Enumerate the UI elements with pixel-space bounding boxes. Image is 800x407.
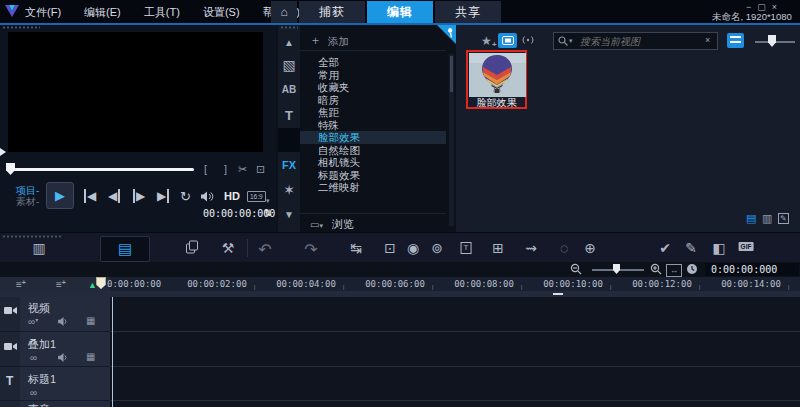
fit-project-button[interactable]: ↹: [350, 240, 362, 256]
panel-grip[interactable]: [280, 26, 298, 29]
tab-capture[interactable]: 捕获: [299, 1, 365, 23]
subtitle-editor-button[interactable]: T: [461, 242, 472, 254]
redo-button[interactable]: ↷: [304, 240, 317, 259]
track-content-area[interactable]: [110, 297, 800, 407]
category-scrollbar-thumb[interactable]: [450, 56, 453, 92]
category-all[interactable]: 全部: [300, 56, 446, 69]
mode-clip[interactable]: 素材-: [16, 196, 39, 207]
prev-frame-button[interactable]: ◀: [108, 189, 120, 203]
panel-grip[interactable]: [2, 235, 62, 238]
video-filter-toggle[interactable]: [498, 33, 517, 48]
media-library-icon[interactable]: ▧: [278, 58, 300, 72]
utility-tools-button[interactable]: ⚒: [222, 240, 235, 256]
track-link-icon[interactable]: ∞▾: [28, 316, 38, 327]
mask-creator-button[interactable]: ◌: [560, 240, 568, 256]
timeline-scrollbar-thumb[interactable]: [553, 293, 563, 295]
category-favorites[interactable]: 收藏夹: [300, 81, 446, 94]
aspect-caret-icon[interactable]: ▾: [266, 197, 270, 205]
stabilizer-button[interactable]: ⊕: [584, 240, 596, 256]
go-start-button[interactable]: ◀: [84, 189, 96, 203]
gif-creator-button[interactable]: GIF: [739, 242, 754, 251]
snapshot-icon[interactable]: ⊡: [256, 163, 265, 176]
transitions-library-icon[interactable]: AB: [278, 84, 300, 95]
painting-creator-button[interactable]: ✎: [685, 240, 697, 256]
home-button[interactable]: ⌂: [271, 1, 297, 23]
category-common[interactable]: 常用: [300, 69, 446, 82]
tab-share[interactable]: 共享: [435, 1, 501, 23]
instant-effect-icon[interactable]: ✶: [278, 183, 300, 197]
menu-tools[interactable]: 工具(T): [144, 6, 180, 18]
search-input[interactable]: [578, 34, 692, 48]
tab-edit[interactable]: 编辑: [367, 1, 433, 23]
track-link-icon[interactable]: ∞: [30, 352, 37, 363]
split-screen-button[interactable]: ⊞: [492, 240, 504, 256]
menu-edit[interactable]: 编辑(E): [84, 6, 121, 18]
category-2d-mapping[interactable]: 二维映射: [300, 181, 446, 194]
scroll-up-icon[interactable]: ▲: [278, 38, 300, 48]
gallery-films-icon[interactable]: ▥: [762, 212, 772, 225]
track-manager-icon[interactable]: ≡+: [16, 279, 26, 290]
mode-project[interactable]: 项目-: [16, 185, 39, 196]
playhead-line[interactable]: [112, 297, 113, 407]
mark-out-icon[interactable]: ]: [224, 163, 227, 175]
panel-grip[interactable]: [2, 26, 40, 29]
search-caret-icon[interactable]: ▾: [569, 37, 573, 45]
add-track-icon[interactable]: ≡+: [56, 279, 66, 290]
track-transparency-icon[interactable]: ▦: [86, 315, 95, 326]
category-title-effect[interactable]: 标题效果: [300, 169, 446, 182]
edit-gallery-icon[interactable]: ✎: [778, 213, 789, 224]
zoom-out-icon[interactable]: [570, 263, 582, 275]
project-duration-icon[interactable]: [686, 263, 698, 275]
instant-project-button[interactable]: ⊚: [431, 240, 443, 256]
track-link-icon[interactable]: ∞: [30, 387, 37, 398]
scroll-down-icon[interactable]: ▼: [278, 210, 300, 220]
aspect-ratio-button[interactable]: 16:9: [247, 191, 266, 202]
add-to-favorites-icon[interactable]: ★: [481, 34, 492, 48]
next-frame-button[interactable]: ▶: [133, 189, 145, 203]
loop-button[interactable]: ↻: [180, 189, 191, 204]
zoom-in-icon[interactable]: [650, 263, 662, 275]
volume-icon[interactable]: [201, 191, 214, 202]
play-button[interactable]: ▶: [46, 182, 74, 209]
plus-icon: +: [312, 34, 319, 48]
motion-tracking-button[interactable]: ⇝: [525, 240, 537, 256]
go-end-button[interactable]: ▶: [157, 189, 169, 203]
batch-convert-button[interactable]: ✔: [659, 240, 671, 256]
video-preview: [8, 32, 263, 152]
hd-toggle[interactable]: HD: [224, 190, 240, 202]
color-adjust-button[interactable]: ◧: [712, 240, 725, 256]
timeline-view-icon: ▤: [101, 237, 149, 260]
ripple-edit-button[interactable]: ⊡: [384, 240, 396, 256]
category-special[interactable]: 特殊: [300, 119, 446, 132]
menu-file[interactable]: 文件(F): [25, 6, 61, 18]
timeline-view-button[interactable]: ▤: [100, 236, 150, 262]
library-panel-icon[interactable]: ▤: [746, 212, 756, 225]
category-darkroom[interactable]: 暗房: [300, 94, 446, 107]
filter-library-icon[interactable]: FX: [278, 159, 300, 171]
videostudio-window: 文件(F) 编辑(E) 工具(T) 设置(S) 帮助(H) ⌂ 捕获 编辑 共享…: [0, 0, 800, 407]
category-face-effect[interactable]: 脸部效果: [300, 131, 446, 144]
title-library-icon[interactable]: T: [278, 108, 300, 123]
search-clear-icon[interactable]: ×: [705, 35, 710, 45]
category-camera-lens[interactable]: 相机镜头: [300, 156, 446, 169]
undo-button[interactable]: ↶: [258, 240, 271, 259]
category-natural-paint[interactable]: 自然绘图: [300, 144, 446, 157]
add-category-row[interactable]: + 添加: [300, 34, 446, 51]
category-focus[interactable]: 焦距: [300, 106, 446, 119]
scrubber-track[interactable]: [14, 168, 194, 171]
fit-timeline-icon[interactable]: ↔: [666, 264, 682, 277]
copy-button[interactable]: [186, 240, 199, 254]
mark-in-icon[interactable]: [: [204, 163, 207, 175]
storyboard-view-button[interactable]: ▥: [32, 240, 45, 256]
browse-row[interactable]: ▭▾ 浏览: [300, 213, 446, 233]
menu-settings[interactable]: 设置(S): [203, 6, 240, 18]
gallery-view-toggle[interactable]: [727, 33, 744, 48]
audio-filter-toggle[interactable]: [519, 33, 538, 48]
record-capture-button[interactable]: ◉: [407, 240, 419, 256]
track-mute-icon[interactable]: [58, 317, 69, 326]
split-scissors-icon[interactable]: ✂: [238, 163, 247, 176]
track-mute-icon[interactable]: [58, 353, 69, 362]
timecode-spinner-icon[interactable]: ⇅: [264, 208, 272, 218]
track-transparency-icon[interactable]: ▦: [86, 351, 95, 362]
search-icon[interactable]: [558, 36, 568, 46]
